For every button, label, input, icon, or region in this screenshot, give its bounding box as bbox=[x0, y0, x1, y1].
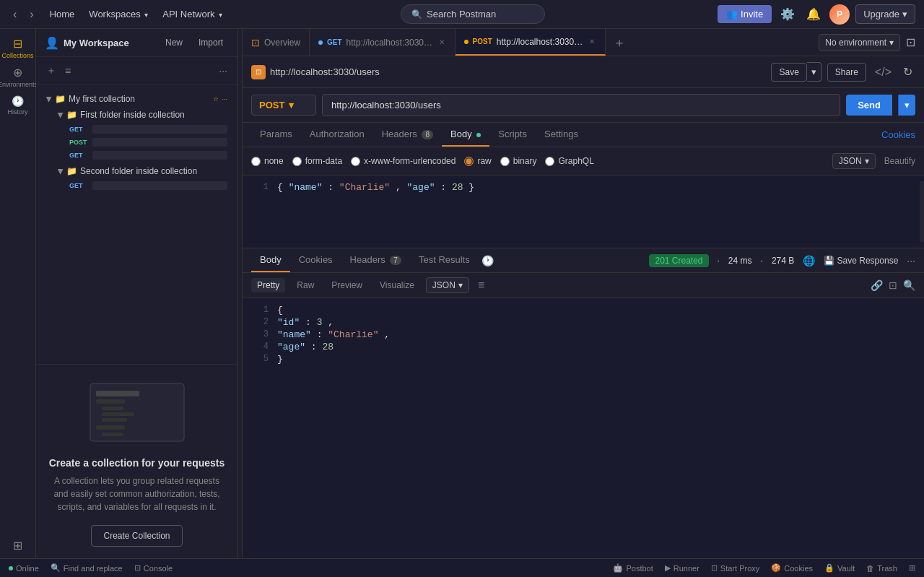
find-replace-button[interactable]: 🔍 Find and replace bbox=[51, 563, 123, 573]
send-button[interactable]: Send bbox=[846, 95, 892, 116]
api-network-link[interactable]: API Network ▾ bbox=[157, 6, 228, 22]
create-collection-title: Create a collection for your requests bbox=[48, 457, 226, 469]
postbot-icon: 🤖 bbox=[613, 563, 623, 573]
list-item[interactable]: GET bbox=[65, 123, 232, 136]
layout-grid-button[interactable]: ⊞ bbox=[909, 563, 915, 573]
post-tab-close[interactable]: ✕ bbox=[588, 36, 596, 47]
workspaces-link[interactable]: Workspaces ▾ bbox=[83, 6, 154, 22]
start-proxy-button[interactable]: ⊡ Start Proxy bbox=[711, 563, 759, 573]
online-status[interactable]: Online bbox=[9, 564, 39, 573]
request-code-content[interactable]: 1 { "name" : "Charlie" , "age" : 28 } bbox=[243, 181, 920, 242]
add-tab-button[interactable]: ＋ bbox=[606, 34, 633, 51]
save-button[interactable]: Save bbox=[771, 63, 806, 82]
resp-wrap-btn[interactable]: ≡ bbox=[478, 279, 484, 292]
svg-rect-3 bbox=[102, 407, 123, 410]
resp-view-pretty[interactable]: Pretty bbox=[251, 278, 285, 292]
resp-json-selector[interactable]: JSON ▾ bbox=[426, 277, 469, 293]
tab-post[interactable]: POST http://localhost:3030/... ✕ bbox=[456, 29, 606, 56]
more-options-button[interactable]: ··· bbox=[216, 62, 230, 79]
nav-forward-button[interactable]: › bbox=[25, 5, 38, 24]
save-response-button[interactable]: 💾 Save Response bbox=[824, 256, 898, 266]
sidebar-item-mock[interactable]: ⊞ bbox=[5, 532, 31, 558]
sort-button[interactable]: ≡ bbox=[62, 62, 74, 79]
history-icon-btn[interactable]: 🕐 bbox=[481, 255, 494, 266]
tab-headers[interactable]: Headers 8 bbox=[373, 123, 442, 147]
resp-more-button[interactable]: ··· bbox=[907, 255, 915, 266]
postbot-button[interactable]: 🤖 Postbot bbox=[613, 563, 653, 573]
radio-none[interactable]: none bbox=[251, 156, 284, 166]
radio-raw[interactable]: raw bbox=[464, 156, 491, 166]
invite-button[interactable]: 👥 Invite bbox=[718, 5, 772, 23]
method-selector[interactable]: POST ▾ bbox=[251, 95, 316, 116]
url-input[interactable] bbox=[322, 94, 840, 116]
radio-urlencoded[interactable]: x-www-form-urlencoded bbox=[351, 156, 456, 166]
cookies-link[interactable]: Cookies bbox=[881, 129, 915, 140]
console-button[interactable]: ⊡ Console bbox=[134, 563, 173, 573]
resp-tab-test-results[interactable]: Test Results bbox=[410, 248, 479, 272]
resp-copy-btn[interactable]: ⊡ bbox=[889, 279, 897, 291]
settings-button[interactable]: ⚙️ bbox=[777, 4, 798, 24]
globe-icon-btn[interactable]: 🌐 bbox=[803, 255, 815, 266]
home-link[interactable]: Home bbox=[44, 6, 81, 22]
list-item[interactable]: GET bbox=[65, 149, 232, 162]
tab-settings[interactable]: Settings bbox=[536, 123, 587, 147]
vault-button[interactable]: 🔒 Vault bbox=[824, 563, 855, 573]
notifications-button[interactable]: 🔔 bbox=[803, 4, 824, 24]
resp-link-btn[interactable]: 🔗 bbox=[871, 279, 883, 291]
folder1-header[interactable]: ▶ 📁 First folder inside collection bbox=[53, 107, 232, 123]
tab-body[interactable]: Body bbox=[442, 123, 489, 147]
collection-header-first[interactable]: ▶ 📁 My first collection ☆ ··· bbox=[42, 91, 232, 107]
json-format-selector[interactable]: JSON ▾ bbox=[832, 153, 876, 169]
resp-view-raw[interactable]: Raw bbox=[291, 278, 320, 292]
list-item[interactable]: POST bbox=[65, 136, 232, 149]
resp-code-line-4: 4 "age" : 28 bbox=[243, 341, 924, 353]
radio-binary[interactable]: binary bbox=[500, 156, 537, 166]
upgrade-arrow: ▾ bbox=[902, 9, 907, 19]
tab-authorization[interactable]: Authorization bbox=[301, 123, 373, 147]
resp-tab-body[interactable]: Body bbox=[251, 248, 290, 272]
create-collection-button[interactable]: Create Collection bbox=[91, 525, 182, 547]
environment-selector[interactable]: No environment ▾ bbox=[819, 34, 900, 51]
sidebar-item-history[interactable]: 🕐 History bbox=[5, 92, 31, 118]
tab-overview[interactable]: ⊡ Overview bbox=[243, 29, 310, 56]
tab-params[interactable]: Params bbox=[251, 123, 301, 147]
list-item[interactable]: GET bbox=[65, 179, 232, 192]
get-tab-close[interactable]: ✕ bbox=[437, 37, 446, 48]
new-button[interactable]: New bbox=[160, 35, 188, 51]
folder1-item: ▶ 📁 First folder inside collection GET P… bbox=[53, 107, 232, 162]
sidebar-item-environments[interactable]: ⊕ Environments bbox=[5, 64, 31, 90]
tab-scripts[interactable]: Scripts bbox=[489, 123, 536, 147]
chevron-icon-folder1: ▶ bbox=[57, 112, 65, 118]
resp-view-preview[interactable]: Preview bbox=[326, 278, 368, 292]
save-dropdown-button[interactable]: ▾ bbox=[807, 62, 821, 82]
resp-tab-headers[interactable]: Headers 7 bbox=[341, 248, 410, 272]
code-button[interactable]: </> bbox=[872, 63, 894, 82]
upgrade-button[interactable]: Upgrade ▾ bbox=[855, 4, 915, 24]
folder2-requests: GET bbox=[53, 179, 232, 192]
refresh-button[interactable]: ↻ bbox=[900, 62, 915, 82]
svg-rect-6 bbox=[96, 425, 125, 430]
collection-toolbar: ＋ ≡ ··· bbox=[36, 57, 237, 85]
radio-graphql[interactable]: GraphQL bbox=[545, 156, 593, 166]
folder2-header[interactable]: ▶ 📁 Second folder inside collection bbox=[53, 163, 232, 179]
add-collection-button[interactable]: ＋ bbox=[43, 61, 59, 80]
cookies-button[interactable]: 🍪 Cookies bbox=[771, 563, 813, 573]
resp-view-visualize[interactable]: Visualize bbox=[374, 278, 420, 292]
layout-button[interactable]: ⊡ bbox=[903, 32, 918, 52]
share-button[interactable]: Share bbox=[827, 63, 866, 82]
send-dropdown-button[interactable]: ▾ bbox=[898, 95, 915, 116]
resp-search-btn[interactable]: 🔍 bbox=[903, 279, 915, 291]
trash-button[interactable]: 🗑 Trash bbox=[866, 564, 897, 573]
resp-code-line-1: 1 { bbox=[243, 304, 924, 316]
sidebar-item-collections[interactable]: ⊟ Collections bbox=[5, 35, 31, 61]
import-button[interactable]: Import bbox=[193, 35, 229, 51]
radio-form-data[interactable]: form-data bbox=[292, 156, 342, 166]
runner-button[interactable]: ▶ Runner bbox=[665, 563, 699, 573]
nav-back-button[interactable]: ‹ bbox=[9, 5, 21, 24]
editor-scrollbar[interactable] bbox=[920, 181, 924, 242]
beautify-button[interactable]: Beautify bbox=[884, 156, 915, 166]
resp-tab-cookies[interactable]: Cookies bbox=[290, 248, 341, 272]
search-icon: 🔍 bbox=[411, 9, 422, 19]
tab-get[interactable]: GET http://localhost:3030/u... ✕ bbox=[310, 29, 456, 56]
search-input[interactable]: 🔍 Search Postman bbox=[401, 4, 545, 24]
